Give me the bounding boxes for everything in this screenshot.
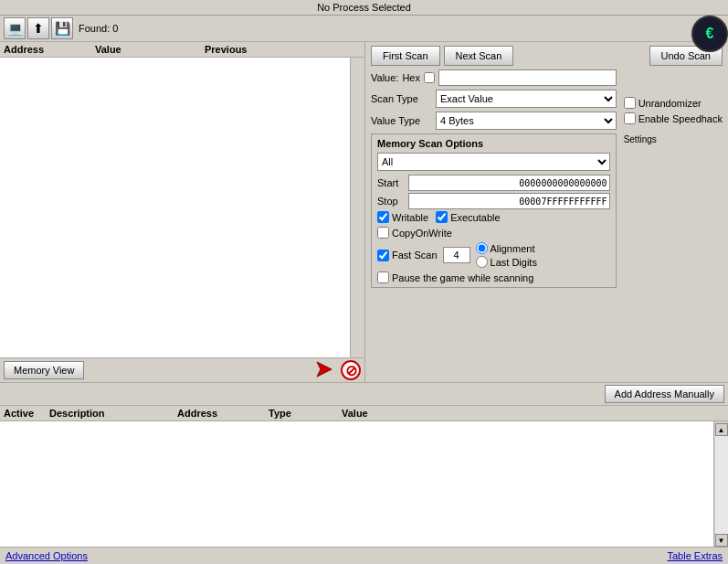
pause-checkbox-label: Pause the game while scanning (377, 271, 610, 283)
cancel-icon[interactable]: ⊘ (341, 360, 361, 380)
value-type-label: Value Type (371, 115, 430, 126)
addr-list-scrollbar[interactable] (350, 58, 364, 357)
right-main: Value: Hex Scan Type Exact Value Bigger … (371, 69, 617, 288)
pause-label: Pause the game while scanning (392, 272, 533, 283)
first-scan-button[interactable]: First Scan (371, 46, 440, 66)
col-previous-header: Previous (205, 44, 361, 55)
th-description: Description (49, 408, 177, 419)
addr-list-area[interactable] (0, 58, 350, 357)
speedhack-label: Enable Speedhack (638, 113, 723, 124)
copyonwrite-checkbox[interactable] (377, 227, 389, 239)
hex-label: Hex (402, 72, 420, 83)
title-text: No Process Selected (317, 2, 411, 13)
fast-scan-row: Fast Scan Alignment Last Digit (377, 242, 610, 268)
start-row: Start (377, 175, 610, 191)
col-address-header: Address (4, 44, 95, 55)
save-button[interactable]: 💾 (51, 17, 73, 39)
value-label: Value: (371, 72, 398, 83)
alignment-radio-label: Alignment (476, 242, 537, 254)
addr-list-header: Address Value Previous (0, 42, 364, 58)
scan-type-select[interactable]: Exact Value Bigger than... Smaller than.… (436, 90, 617, 108)
mem-checkboxes-2: CopyOnWrite (377, 227, 610, 239)
value-type-select[interactable]: 4 Bytes 2 Bytes 1 Byte 8 Bytes Float (436, 112, 617, 130)
last-digits-label: Last Digits (491, 257, 537, 268)
start-input[interactable] (408, 175, 610, 191)
stop-label: Stop (377, 196, 405, 207)
copyonwrite-label: CopyOnWrite (392, 228, 452, 239)
copyonwrite-checkbox-label: CopyOnWrite (377, 227, 452, 239)
scan-type-label: Scan Type (371, 93, 430, 104)
addr-table-vscroll: ▲ ▼ (713, 421, 728, 547)
fast-scan-checkbox[interactable] (377, 250, 389, 261)
fast-scan-checkbox-label: Fast Scan (377, 250, 438, 261)
unrandom-checkbox-label: Unrandomizer (624, 97, 723, 109)
right-panel-inner: Value: Hex Scan Type Exact Value Bigger … (371, 69, 723, 288)
start-label: Start (377, 177, 405, 188)
fast-scan-input[interactable] (443, 247, 470, 263)
svg-marker-0 (317, 362, 332, 377)
writable-label: Writable (392, 212, 428, 223)
alignment-radio-group: Alignment Last Digits (476, 242, 537, 268)
alignment-radio[interactable] (476, 242, 488, 254)
footer: Advanced Options Table Extras (0, 547, 728, 564)
advanced-options-link[interactable]: Advanced Options (5, 550, 88, 561)
stop-input[interactable] (408, 193, 610, 209)
bottom-section: Add Address Manually Active Description … (0, 382, 728, 547)
hex-checkbox[interactable] (424, 72, 435, 83)
memory-scan-title: Memory Scan Options (377, 138, 610, 149)
th-value: Value (342, 408, 724, 419)
executable-label: Executable (450, 212, 500, 223)
vscroll-track[interactable] (715, 436, 728, 534)
speedhack-checkbox-label: Enable Speedhack (624, 112, 723, 124)
title-bar: No Process Selected (0, 0, 728, 16)
settings-label: Settings (624, 133, 723, 144)
addr-table-body[interactable] (0, 421, 713, 547)
table-extras-link[interactable]: Table Extras (667, 550, 723, 561)
stop-row: Stop (377, 193, 610, 209)
ce-logo: € (691, 16, 728, 52)
scan-type-row: Scan Type Exact Value Bigger than... Sma… (371, 90, 617, 108)
top-area: Address Value Previous Memory View (0, 42, 728, 382)
last-digits-radio[interactable] (476, 256, 488, 268)
toolbar: 💻 ⬆ 💾 Found: 0 € (0, 16, 728, 42)
add-address-button[interactable]: Add Address Manually (605, 385, 724, 403)
vscroll-down[interactable]: ▼ (715, 534, 728, 547)
left-panel: Address Value Previous Memory View (0, 42, 365, 382)
col-value-header: Value (95, 44, 205, 55)
fast-scan-label: Fast Scan (392, 250, 438, 261)
upload-button[interactable]: ⬆ (27, 17, 49, 39)
writable-checkbox-label: Writable (377, 211, 428, 223)
vscroll-up[interactable]: ▲ (715, 423, 728, 436)
writable-checkbox[interactable] (377, 211, 389, 223)
pause-row: Pause the game while scanning (377, 271, 610, 283)
last-digits-radio-label: Last Digits (476, 256, 537, 268)
executable-checkbox[interactable] (436, 211, 448, 223)
red-arrow-icon (315, 360, 333, 380)
unrandom-checkbox[interactable] (624, 97, 636, 109)
next-scan-button[interactable]: Next Scan (444, 46, 514, 66)
th-type: Type (269, 408, 342, 419)
found-label: Found: 0 (79, 23, 118, 34)
unrandom-label: Unrandomizer (638, 98, 702, 109)
addr-table-header: Active Description Address Type Value (0, 406, 728, 421)
right-side-checks: Unrandomizer Enable Speedhack Settings (624, 69, 723, 288)
pause-checkbox[interactable] (377, 271, 389, 283)
memory-view-button[interactable]: Memory View (4, 361, 84, 379)
addr-table-scroll: ▲ ▼ (0, 421, 728, 547)
mem-checkboxes: Writable Executable (377, 211, 610, 223)
speedhack-checkbox[interactable] (624, 112, 636, 124)
th-active: Active (4, 408, 49, 419)
alignment-label: Alignment (491, 243, 535, 254)
addr-list-container (0, 58, 364, 357)
value-row: Value: Hex (371, 69, 617, 86)
value-type-row: Value Type 4 Bytes 2 Bytes 1 Byte 8 Byte… (371, 112, 617, 130)
executable-checkbox-label: Executable (436, 211, 500, 223)
left-bottom-bar: Memory View ⊘ (0, 357, 364, 382)
th-address: Address (177, 408, 269, 419)
mem-scan-select[interactable]: All (377, 153, 610, 171)
memory-scan-section: Memory Scan Options All Start Stop (371, 133, 617, 288)
addr-table-toolbar: Add Address Manually (0, 383, 728, 406)
value-input[interactable] (438, 69, 617, 86)
computer-button[interactable]: 💻 (4, 17, 26, 39)
right-panel: First Scan Next Scan Undo Scan Value: He… (365, 42, 728, 382)
